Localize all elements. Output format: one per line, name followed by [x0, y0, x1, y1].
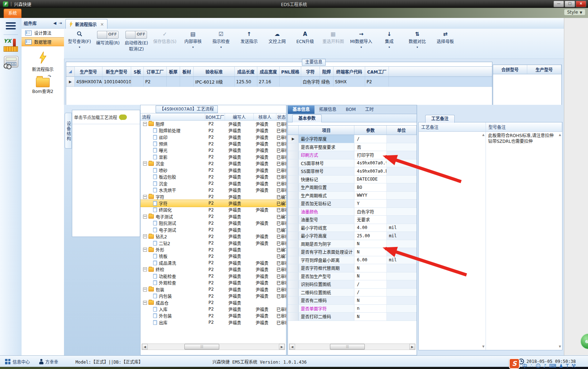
tree-row[interactable]: 外观检查 P2 尹福贵 尹福贵 已审核	[141, 280, 286, 286]
tab-device-structure[interactable]: 设备结构	[65, 113, 72, 149]
tree-row[interactable]: 水洗烘干 P2 尹福贵 尹福贵 已审核	[141, 187, 286, 193]
column-header[interactable]: 新生产型号	[102, 67, 131, 76]
voice-input-icon[interactable]: ♪	[543, 363, 547, 369]
tree-row[interactable]: 显影 P2 尹福贵 尹福贵 已审核	[141, 154, 286, 160]
info-tab[interactable]: 基本信息	[288, 106, 314, 114]
param-row[interactable]: SS面菲林号 4s9hx007a0.bo	[288, 167, 417, 176]
tree-row[interactable]: 功能检查 P2 尹福贵 尹福贵 已审核	[141, 273, 286, 279]
column-header[interactable]: 合拼型号	[493, 65, 527, 74]
scroll-right-icon[interactable]: ▶	[279, 344, 285, 350]
param-value[interactable]: 25.00	[354, 232, 387, 240]
param-value[interactable]: 无要求	[354, 216, 387, 224]
skin-icon[interactable]: T	[566, 363, 569, 369]
tree-expander-icon[interactable]	[143, 267, 147, 271]
column-header[interactable]: S板	[131, 67, 144, 76]
toolbar-button[interactable]: ⇄ 选择母板	[431, 30, 459, 49]
info-tab[interactable]: BOM	[341, 106, 360, 114]
scroll-up-icon[interactable]: ▲	[559, 133, 561, 137]
scroll-up-icon[interactable]: ▲	[482, 133, 484, 137]
param-value[interactable]: N	[354, 264, 387, 272]
param-value[interactable]: 否	[354, 143, 387, 151]
sidebar-item[interactable]: 设计算法	[22, 29, 64, 37]
param-value[interactable]: /	[354, 280, 387, 288]
tree-row[interactable]: 入库 P2 尹福贵 尹福贵 已审核	[141, 306, 286, 312]
tree-row[interactable]: 终固化 P2 尹福贵 尹福贵 已审核	[141, 207, 286, 213]
param-value[interactable]: /	[354, 135, 387, 143]
dropdown-arrow-icon[interactable]: ▾	[192, 46, 194, 49]
param-row[interactable]: 是否加无铅标记 Y	[288, 200, 417, 208]
column-header[interactable]: 验收标准	[194, 67, 235, 76]
tree-expander-icon[interactable]	[143, 122, 147, 126]
toggle-off-switch[interactable]: OFF	[97, 31, 119, 39]
param-row[interactable]: 最小字符高度 25.00 mil	[288, 232, 417, 240]
tree-row[interactable]: 外形 P2 尹福贵 已编写	[141, 246, 286, 253]
param-value[interactable]: 打印字符	[354, 151, 387, 159]
close-tab-icon[interactable]: ×	[100, 22, 104, 27]
param-row[interactable]: CS面菲林号 4s9hx007a0.to	[288, 159, 417, 168]
scroll-down-icon[interactable]: ▼	[482, 345, 484, 349]
param-value[interactable]: 4.00	[354, 224, 387, 232]
column-header[interactable]: 状态	[276, 113, 286, 120]
param-value[interactable]: N	[354, 240, 387, 248]
scrollbar-thumb[interactable]	[184, 344, 219, 350]
model-notes-text[interactable]: 此板需符合ROHS标准,请注意拉伸钻带SZDRL也需要拉伸 ▲ ▼	[486, 132, 562, 350]
param-row[interactable]: 油墨颜色 白色字符	[288, 208, 417, 216]
select-all-corner[interactable]	[66, 67, 75, 76]
tree-row[interactable]: 阻焊前处理 P2 尹福贵 尹福贵 已审核	[141, 127, 286, 134]
param-row[interactable]: 油墨型号 无要求	[288, 216, 417, 224]
process-notes-text[interactable]: ▲ ▼	[419, 132, 486, 350]
param-value[interactable]: Y	[354, 200, 387, 207]
column-header[interactable]: 项目	[299, 126, 354, 135]
toolbox-icon[interactable]: ⚒	[571, 363, 576, 369]
new-flow-instruction-tool[interactable]: 新流程指示	[22, 51, 64, 72]
dock-panel-icon[interactable]: ⇥	[59, 21, 62, 25]
style-menu-button[interactable]: Style▼	[564, 9, 585, 15]
toolbar-button[interactable]: ↓ 集成 ▾	[375, 30, 403, 49]
toggle-off-switch[interactable]: OFF	[125, 31, 147, 39]
column-header[interactable]: CAM工厂	[365, 67, 389, 76]
punctuation-icon[interactable]: ∴	[530, 363, 533, 369]
tree-row[interactable]: 板边包胶 P2 尹福贵 尹福贵 已审核	[141, 174, 286, 180]
soft-keyboard-icon[interactable]: ⌨	[549, 363, 556, 369]
column-header[interactable]: PNL规格	[280, 67, 301, 76]
tree-row[interactable]: 字符 P2 尹福贵 已编写	[141, 200, 286, 206]
column-header[interactable]: 型号备注	[486, 122, 562, 131]
start-modify-toggle[interactable]: OFF 启动修改(E) 取消(Z)	[122, 30, 151, 57]
param-value[interactable]: N	[354, 248, 387, 256]
tree-row[interactable]: 喷砂 P2 尹福贵 尹福贵 已审核	[141, 167, 286, 173]
user-center-icon[interactable]: ♟	[559, 363, 564, 369]
tree-row[interactable]: 铣板 P2 尹福贵 已编写	[141, 253, 286, 260]
tree-row[interactable]: 字符 P2 尹福贵 已编写	[141, 193, 286, 200]
tab-basic-parameters[interactable]: 基本参数	[292, 115, 322, 122]
column-header[interactable]: 板厚	[167, 67, 180, 76]
scrollbar-thumb[interactable]	[330, 344, 365, 350]
column-header[interactable]: 订单工厂	[144, 67, 167, 76]
param-value[interactable]: 4s9hx007a0.bo	[354, 167, 387, 175]
toolbar-button[interactable]: → MI数据导入 ▾	[347, 30, 375, 49]
tab-process-notes[interactable]: 工艺备注	[425, 115, 455, 123]
emoji-icon[interactable]: ☺	[536, 363, 541, 369]
column-header[interactable]: 终端客户代码	[334, 67, 365, 76]
system-menu-button[interactable]: 系统	[4, 9, 22, 18]
param-value[interactable]: N	[354, 313, 387, 321]
param-row[interactable]: 二维码位置图纸 /	[288, 289, 417, 297]
param-row[interactable]: 快捷标记 DATECODE	[288, 176, 417, 184]
tree-row[interactable]: 外包装 P2 尹福贵 尹福贵 已审核	[141, 313, 286, 319]
dropdown-arrow-icon[interactable]: ▾	[417, 46, 418, 49]
param-row[interactable]: 是否有字符上表面处理设计 N	[288, 248, 417, 256]
param-row[interactable]: 字符到焊盘最小距离 6.00 mil	[288, 256, 417, 265]
param-value[interactable]: 4s9hx007a0.to	[354, 159, 387, 167]
param-row[interactable]: 是否单面字符 n	[288, 305, 417, 313]
cancel-button[interactable]: 取消(Z)	[129, 46, 144, 52]
dropdown-arrow-icon[interactable]: ▾	[79, 46, 80, 49]
scroll-right-icon[interactable]: ▶	[409, 344, 415, 350]
info-center-button[interactable]: 信息中心	[13, 359, 30, 365]
dropdown-arrow-icon[interactable]: ▾	[360, 46, 362, 49]
column-header[interactable]: 生产型号	[527, 65, 561, 74]
sidebar-item[interactable]: 数据管理	[22, 37, 64, 46]
tab-new-flow-instruction[interactable]: 新流程指示 ×	[65, 19, 107, 29]
tree-expander-icon[interactable]	[143, 162, 147, 165]
column-header[interactable]: 参数	[354, 126, 387, 135]
param-value[interactable]: n	[354, 305, 387, 313]
info-tab[interactable]: 拓展信息	[314, 106, 341, 114]
